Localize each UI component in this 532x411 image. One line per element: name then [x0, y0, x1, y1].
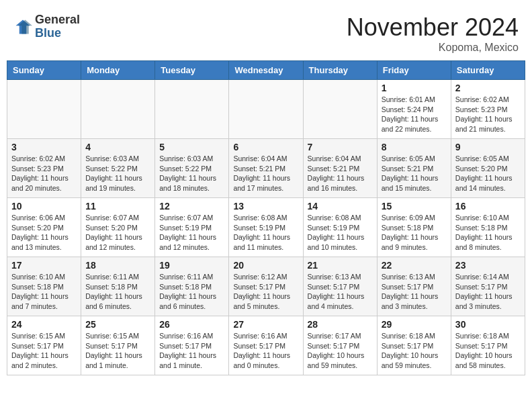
day-number: 7	[308, 142, 373, 152]
day-number: 21	[308, 260, 373, 271]
logo: General Blue	[13, 13, 80, 40]
day-cell-15: 15Sunrise: 6:09 AM Sunset: 5:18 PM Dayli…	[377, 198, 451, 257]
day-number: 28	[308, 319, 373, 330]
calendar-table: SundayMondayTuesdayWednesdayThursdayFrid…	[7, 60, 525, 375]
day-cell-22: 22Sunrise: 6:13 AM Sunset: 5:17 PM Dayli…	[377, 257, 451, 316]
day-info: Sunrise: 6:11 AM Sunset: 5:18 PM Dayligh…	[85, 272, 150, 312]
day-number: 18	[85, 260, 150, 271]
logo-icon	[13, 17, 32, 36]
day-cell-24: 24Sunrise: 6:15 AM Sunset: 5:17 PM Dayli…	[7, 316, 81, 375]
day-number: 15	[382, 201, 447, 212]
day-info: Sunrise: 6:13 AM Sunset: 5:17 PM Dayligh…	[308, 272, 373, 312]
weekday-header-tuesday: Tuesday	[155, 61, 229, 80]
day-cell-5: 5Sunrise: 6:03 AM Sunset: 5:22 PM Daylig…	[155, 139, 229, 198]
logo-general: General	[35, 13, 80, 26]
day-cell-30: 30Sunrise: 6:18 AM Sunset: 5:17 PM Dayli…	[451, 316, 525, 375]
day-info: Sunrise: 6:10 AM Sunset: 5:18 PM Dayligh…	[11, 272, 77, 312]
day-number: 19	[159, 260, 224, 271]
day-number: 2	[455, 83, 521, 93]
day-cell-13: 13Sunrise: 6:08 AM Sunset: 5:19 PM Dayli…	[229, 198, 303, 257]
day-cell-19: 19Sunrise: 6:11 AM Sunset: 5:18 PM Dayli…	[155, 257, 229, 316]
day-number: 11	[85, 201, 150, 212]
day-cell-2: 2Sunrise: 6:02 AM Sunset: 5:23 PM Daylig…	[451, 80, 525, 139]
day-cell-21: 21Sunrise: 6:13 AM Sunset: 5:17 PM Dayli…	[303, 257, 377, 316]
empty-cell	[155, 80, 229, 139]
weekday-header-thursday: Thursday	[303, 61, 377, 80]
day-number: 6	[233, 142, 298, 152]
day-number: 12	[159, 201, 224, 212]
day-cell-25: 25Sunrise: 6:15 AM Sunset: 5:17 PM Dayli…	[81, 316, 155, 375]
week-row-2: 3Sunrise: 6:02 AM Sunset: 5:23 PM Daylig…	[7, 139, 525, 198]
day-number: 24	[11, 319, 77, 330]
empty-cell	[229, 80, 303, 139]
week-row-3: 10Sunrise: 6:06 AM Sunset: 5:20 PM Dayli…	[7, 198, 525, 257]
day-cell-11: 11Sunrise: 6:07 AM Sunset: 5:20 PM Dayli…	[81, 198, 155, 257]
weekday-header-saturday: Saturday	[451, 61, 525, 80]
day-cell-1: 1Sunrise: 6:01 AM Sunset: 5:24 PM Daylig…	[377, 80, 451, 139]
day-info: Sunrise: 6:05 AM Sunset: 5:21 PM Dayligh…	[382, 154, 447, 193]
day-cell-8: 8Sunrise: 6:05 AM Sunset: 5:21 PM Daylig…	[377, 139, 451, 198]
day-info: Sunrise: 6:17 AM Sunset: 5:17 PM Dayligh…	[308, 331, 373, 371]
day-cell-7: 7Sunrise: 6:04 AM Sunset: 5:21 PM Daylig…	[303, 139, 377, 198]
day-number: 25	[85, 319, 150, 330]
day-number: 16	[455, 201, 521, 212]
day-number: 17	[11, 260, 77, 271]
day-cell-10: 10Sunrise: 6:06 AM Sunset: 5:20 PM Dayli…	[7, 198, 81, 257]
day-number: 29	[382, 319, 447, 330]
day-number: 26	[159, 319, 224, 330]
day-cell-14: 14Sunrise: 6:08 AM Sunset: 5:19 PM Dayli…	[303, 198, 377, 257]
day-info: Sunrise: 6:04 AM Sunset: 5:21 PM Dayligh…	[308, 154, 373, 193]
day-info: Sunrise: 6:05 AM Sunset: 5:20 PM Dayligh…	[455, 154, 521, 193]
week-row-1: 1Sunrise: 6:01 AM Sunset: 5:24 PM Daylig…	[7, 80, 525, 139]
day-cell-6: 6Sunrise: 6:04 AM Sunset: 5:21 PM Daylig…	[229, 139, 303, 198]
day-info: Sunrise: 6:08 AM Sunset: 5:19 PM Dayligh…	[308, 213, 373, 253]
day-info: Sunrise: 6:15 AM Sunset: 5:17 PM Dayligh…	[85, 331, 150, 371]
day-info: Sunrise: 6:03 AM Sunset: 5:22 PM Dayligh…	[85, 154, 150, 193]
day-cell-17: 17Sunrise: 6:10 AM Sunset: 5:18 PM Dayli…	[7, 257, 81, 316]
day-number: 8	[382, 142, 447, 152]
day-cell-3: 3Sunrise: 6:02 AM Sunset: 5:23 PM Daylig…	[7, 139, 81, 198]
weekday-header-row: SundayMondayTuesdayWednesdayThursdayFrid…	[7, 61, 525, 80]
weekday-header-friday: Friday	[377, 61, 451, 80]
day-number: 22	[382, 260, 447, 271]
day-info: Sunrise: 6:11 AM Sunset: 5:18 PM Dayligh…	[159, 272, 224, 312]
location: Kopoma, Mexico	[347, 42, 519, 54]
day-info: Sunrise: 6:10 AM Sunset: 5:18 PM Dayligh…	[455, 213, 521, 253]
day-info: Sunrise: 6:01 AM Sunset: 5:24 PM Dayligh…	[382, 95, 447, 134]
day-info: Sunrise: 6:13 AM Sunset: 5:17 PM Dayligh…	[382, 272, 447, 312]
day-number: 14	[308, 201, 373, 212]
day-info: Sunrise: 6:04 AM Sunset: 5:21 PM Dayligh…	[233, 154, 298, 193]
day-info: Sunrise: 6:18 AM Sunset: 5:17 PM Dayligh…	[382, 331, 447, 371]
week-row-4: 17Sunrise: 6:10 AM Sunset: 5:18 PM Dayli…	[7, 257, 525, 316]
day-number: 10	[11, 201, 77, 212]
day-info: Sunrise: 6:18 AM Sunset: 5:17 PM Dayligh…	[455, 331, 521, 371]
day-cell-20: 20Sunrise: 6:12 AM Sunset: 5:17 PM Dayli…	[229, 257, 303, 316]
day-number: 4	[85, 142, 150, 152]
day-cell-26: 26Sunrise: 6:16 AM Sunset: 5:17 PM Dayli…	[155, 316, 229, 375]
weekday-header-sunday: Sunday	[7, 61, 81, 80]
day-cell-9: 9Sunrise: 6:05 AM Sunset: 5:20 PM Daylig…	[451, 139, 525, 198]
day-cell-28: 28Sunrise: 6:17 AM Sunset: 5:17 PM Dayli…	[303, 316, 377, 375]
day-number: 5	[159, 142, 224, 152]
day-cell-16: 16Sunrise: 6:10 AM Sunset: 5:18 PM Dayli…	[451, 198, 525, 257]
day-cell-27: 27Sunrise: 6:16 AM Sunset: 5:17 PM Dayli…	[229, 316, 303, 375]
month-title: November 2024	[347, 13, 519, 42]
logo-blue: Blue	[35, 26, 61, 40]
week-row-5: 24Sunrise: 6:15 AM Sunset: 5:17 PM Dayli…	[7, 316, 525, 375]
day-cell-29: 29Sunrise: 6:18 AM Sunset: 5:17 PM Dayli…	[377, 316, 451, 375]
page-header: General Blue November 2024 Kopoma, Mexic…	[7, 7, 525, 57]
day-info: Sunrise: 6:09 AM Sunset: 5:18 PM Dayligh…	[382, 213, 447, 253]
day-cell-23: 23Sunrise: 6:14 AM Sunset: 5:17 PM Dayli…	[451, 257, 525, 316]
day-number: 3	[11, 142, 77, 152]
day-info: Sunrise: 6:16 AM Sunset: 5:17 PM Dayligh…	[233, 331, 298, 371]
day-number: 23	[455, 260, 521, 271]
empty-cell	[81, 80, 155, 139]
day-number: 20	[233, 260, 298, 271]
day-number: 27	[233, 319, 298, 330]
day-info: Sunrise: 6:08 AM Sunset: 5:19 PM Dayligh…	[233, 213, 298, 253]
empty-cell	[303, 80, 377, 139]
weekday-header-wednesday: Wednesday	[229, 61, 303, 80]
day-info: Sunrise: 6:15 AM Sunset: 5:17 PM Dayligh…	[11, 331, 77, 371]
day-info: Sunrise: 6:03 AM Sunset: 5:22 PM Dayligh…	[159, 154, 224, 193]
weekday-header-monday: Monday	[81, 61, 155, 80]
